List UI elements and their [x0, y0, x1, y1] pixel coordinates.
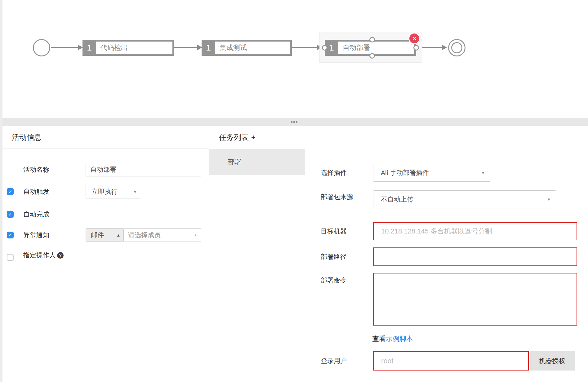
- detail-panels: 活动信息 活动名称 ✓ 自动触发 立即执行 ▼ ✓ 自动完成 ✓ 异常通知 邮件…: [0, 126, 588, 382]
- auto-complete-checkbox[interactable]: ✓: [7, 211, 14, 218]
- task-list-panel: 任务列表 + 部署: [209, 126, 305, 382]
- notify-member-select[interactable]: 请选择成员 ▲: [123, 228, 201, 242]
- assign-operator-label: 指定操作人 ?: [23, 251, 64, 259]
- plugin-select[interactable]: Ali 手动部署插件 ▼: [373, 164, 490, 182]
- package-source-value: 不自动上传: [381, 195, 413, 204]
- left-edge-strip: [0, 0, 2, 382]
- exception-notify-checkbox[interactable]: ✓: [7, 232, 14, 238]
- connection-handle-left[interactable]: [322, 45, 327, 51]
- add-task-button[interactable]: +: [251, 133, 256, 142]
- arrowhead-icon: [78, 45, 83, 50]
- panel-resize-handle[interactable]: [0, 118, 588, 126]
- start-node[interactable]: [33, 39, 50, 56]
- task-item-deploy[interactable]: 部署: [209, 149, 305, 175]
- pipeline-editor: 1 代码检出 1 集成测试 1 自动部署 ✕: [0, 0, 588, 382]
- delete-node-button[interactable]: ✕: [409, 33, 419, 43]
- task-panel-header: 任务列表 +: [209, 126, 305, 149]
- login-user-label: 登录用户: [321, 356, 355, 366]
- node-label: 集成测试: [215, 42, 290, 54]
- connection-handle-bottom[interactable]: [369, 53, 375, 59]
- sample-script-line: 查看示例脚本: [372, 334, 413, 344]
- task-panel-title: 任务列表: [219, 132, 249, 142]
- activity-name-input[interactable]: [86, 163, 201, 176]
- notify-channel-value: 邮件: [91, 231, 104, 239]
- deploy-command-textarea[interactable]: [373, 273, 577, 326]
- drag-dot-icon: [293, 121, 295, 123]
- check-icon: ✓: [8, 232, 12, 238]
- drag-dot-icon: [296, 121, 297, 123]
- auto-trigger-checkbox[interactable]: ✓: [7, 188, 14, 195]
- node-order-badge: 1: [82, 42, 96, 54]
- target-machine-label: 目标机器: [321, 226, 355, 236]
- chevron-down-icon: ▼: [547, 197, 551, 202]
- package-source-select[interactable]: 不自动上传 ▼: [373, 190, 556, 208]
- chevron-down-icon: ▼: [133, 189, 137, 194]
- drag-dot-icon: [291, 121, 292, 123]
- target-machine-input[interactable]: [373, 222, 577, 240]
- check-icon: ✓: [8, 189, 12, 194]
- arrowhead-icon: [442, 45, 447, 50]
- activity-panel-title: 活动信息: [0, 126, 209, 149]
- flow-node-code-checkout[interactable]: 1 代码检出: [82, 40, 174, 56]
- activity-name-label: 活动名称: [23, 163, 49, 176]
- deploy-config-panel: 选择插件 Ali 手动部署插件 ▼ 部署包来源 不自动上传 ▼ 目标机器 部署路…: [305, 126, 588, 382]
- exception-notify-label: 异常通知: [23, 228, 49, 242]
- sample-prefix: 查看: [372, 335, 386, 343]
- notify-member-placeholder: 请选择成员: [128, 231, 161, 239]
- connection-handle-top[interactable]: [369, 37, 375, 42]
- assign-operator-checkbox[interactable]: [7, 254, 14, 261]
- auto-complete-label: 自动完成: [23, 207, 49, 221]
- chevron-up-icon: ▲: [194, 233, 197, 237]
- login-user-input[interactable]: [373, 351, 529, 371]
- trigger-mode-value: 立即执行: [91, 187, 118, 196]
- plugin-value: Ali 手动部署插件: [381, 168, 429, 177]
- node-label: 自动部署: [338, 42, 414, 54]
- deploy-path-input[interactable]: [373, 247, 577, 266]
- chevron-up-icon: ▲: [116, 233, 120, 238]
- node-label: 代码检出: [96, 42, 172, 54]
- help-icon[interactable]: ?: [57, 252, 64, 259]
- chevron-down-icon: ▼: [481, 171, 485, 175]
- end-node[interactable]: [448, 39, 466, 56]
- connection-handle-right[interactable]: [413, 45, 419, 51]
- package-source-label: 部署包来源: [321, 192, 355, 202]
- close-icon: ✕: [412, 35, 416, 42]
- auto-trigger-label: 自动触发: [23, 185, 49, 198]
- deploy-command-label: 部署命令: [321, 275, 355, 285]
- end-node-inner-ring: [451, 42, 462, 53]
- pipeline-canvas[interactable]: 1 代码检出 1 集成测试 1 自动部署 ✕: [0, 0, 588, 118]
- check-icon: ✓: [8, 211, 12, 217]
- trigger-mode-select[interactable]: 立即执行 ▼: [86, 185, 141, 198]
- machine-auth-button[interactable]: 机器授权: [530, 351, 575, 371]
- plugin-label: 选择插件: [321, 168, 355, 178]
- flow-node-integration-test[interactable]: 1 集成测试: [202, 40, 292, 56]
- deploy-path-label: 部署路径: [321, 252, 355, 262]
- activity-info-panel: 活动信息 活动名称 ✓ 自动触发 立即执行 ▼ ✓ 自动完成 ✓ 异常通知 邮件…: [0, 126, 209, 382]
- sample-script-link[interactable]: 示例脚本: [386, 335, 413, 343]
- node-order-badge: 1: [202, 42, 215, 54]
- notify-channel-select[interactable]: 邮件 ▲: [86, 228, 124, 242]
